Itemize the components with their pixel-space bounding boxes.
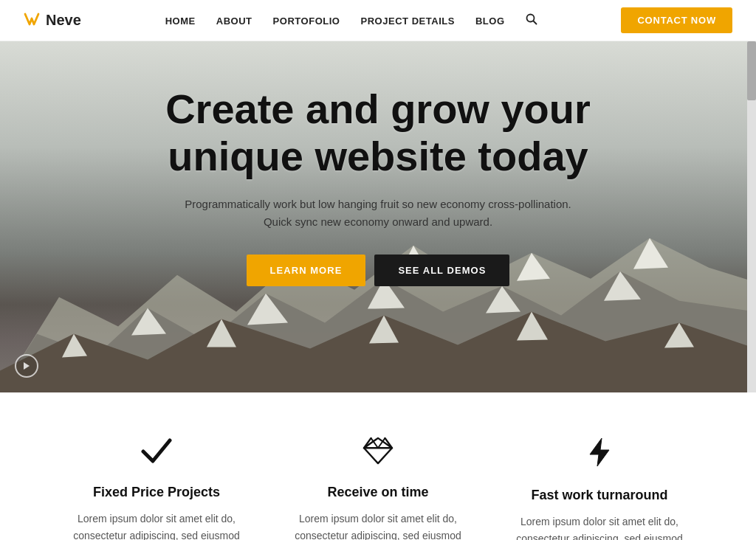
feature-fast-work: Fast work turnaround Lorem ipsum dolor s…: [489, 437, 710, 540]
search-icon[interactable]: [526, 13, 537, 28]
logo[interactable]: Neve: [24, 11, 81, 30]
svg-marker-26: [590, 438, 609, 466]
feature-title-receive-on-time: Receive on time: [289, 485, 467, 500]
feature-receive-on-time: Receive on time Lorem ipsum dolor sit am…: [267, 437, 489, 540]
play-button[interactable]: [15, 354, 38, 378]
see-all-demos-button[interactable]: SEE ALL DEMOS: [374, 255, 509, 286]
hero-subtitle: Programmatically work but low hanging fr…: [179, 195, 577, 231]
hero-title: Create and grow your unique website toda…: [0, 86, 756, 181]
hero-content: Create and grow your unique website toda…: [0, 41, 756, 286]
logo-text: Neve: [46, 12, 81, 29]
svg-line-1: [533, 21, 536, 24]
svg-marker-19: [24, 362, 30, 370]
feature-title-fast-work: Fast work turnaround: [511, 488, 688, 503]
hero-section: Create and grow your unique website toda…: [0, 41, 756, 392]
navbar: Neve HOME ABOUT PORTOFOLIO PROJECT DETAI…: [0, 0, 756, 41]
nav-item-about[interactable]: ABOUT: [216, 14, 252, 27]
nav-links: HOME ABOUT PORTOFOLIO PROJECT DETAILS BL…: [165, 13, 537, 28]
nav-item-portofolio[interactable]: PORTOFOLIO: [273, 14, 340, 27]
diamond-icon: [289, 437, 467, 471]
nav-item-home[interactable]: HOME: [165, 14, 196, 27]
feature-fixed-price: Fixed Price Projects Lorem ipsum dolor s…: [46, 437, 267, 540]
logo-icon: [24, 11, 40, 30]
bolt-icon: [511, 437, 688, 474]
learn-more-button[interactable]: LEARN MORE: [247, 255, 366, 286]
feature-desc-fast-work: Lorem ipsum dolor sit amet elit do, cons…: [511, 513, 688, 540]
feature-desc-fixed-price: Lorem ipsum dolor sit amet elit do, cons…: [68, 510, 245, 540]
check-icon: [68, 437, 245, 471]
feature-title-fixed-price: Fixed Price Projects: [68, 485, 245, 500]
contact-now-button[interactable]: CONTACT NOW: [621, 7, 732, 33]
hero-buttons: LEARN MORE SEE ALL DEMOS: [0, 255, 756, 286]
feature-desc-receive-on-time: Lorem ipsum dolor sit amet elit do, cons…: [289, 510, 467, 540]
nav-item-blog[interactable]: BLOG: [475, 14, 505, 27]
features-section: Fixed Price Projects Lorem ipsum dolor s…: [0, 392, 756, 540]
nav-item-project-details[interactable]: PROJECT DETAILS: [360, 14, 454, 27]
